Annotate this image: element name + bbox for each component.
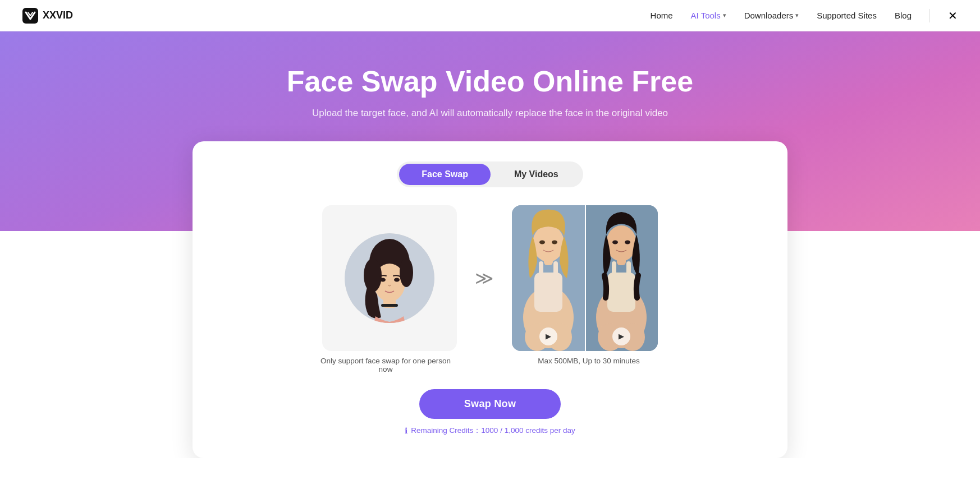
swap-now-button[interactable]: Swap Now — [419, 389, 561, 419]
nav-links: Home AI Tools ▾ Downloaders ▾ Supported … — [651, 9, 958, 22]
nav-blog[interactable]: Blog — [895, 11, 912, 20]
svg-point-18 — [552, 240, 557, 244]
svg-rect-25 — [626, 261, 631, 278]
hero-title: Face Swap Video Online Free — [22, 65, 958, 99]
svg-point-6 — [400, 258, 413, 287]
captions-row: Only support face swap for one person no… — [215, 351, 765, 373]
target-caption: Max 500MB, Up to 30 minutes — [516, 351, 662, 365]
brand-name: XXVID — [43, 10, 73, 21]
nav-home[interactable]: Home — [651, 11, 673, 20]
swap-button-area: Swap Now ℹ Remaining Credits：1000 / 1,00… — [215, 389, 765, 436]
target-caption-text: Max 500MB, Up to 30 minutes — [516, 357, 662, 365]
play-button-left[interactable]: ▶ — [539, 327, 557, 345]
play-button-right[interactable]: ▶ — [612, 327, 630, 345]
svg-point-29 — [625, 240, 630, 244]
svg-point-27 — [606, 225, 636, 261]
tab-my-videos[interactable]: My Videos — [492, 164, 581, 185]
svg-point-28 — [612, 240, 618, 244]
svg-point-16 — [533, 225, 564, 262]
source-face-upload[interactable] — [322, 205, 457, 351]
tab-group: Face Swap My Videos — [397, 161, 583, 187]
chevron-down-icon: ▾ — [795, 12, 799, 19]
nav-divider — [929, 9, 930, 22]
x-social-icon[interactable]: ✕ — [948, 9, 958, 22]
svg-rect-23 — [607, 273, 635, 312]
svg-rect-13 — [539, 261, 543, 278]
credits-text: Remaining Credits：1000 / 1,000 credits p… — [411, 426, 575, 436]
svg-point-9 — [394, 278, 400, 281]
navbar: XXVID Home AI Tools ▾ Downloaders ▾ Supp… — [0, 0, 980, 31]
chevron-down-icon: ▾ — [723, 12, 726, 19]
swap-area: ≫ — [215, 205, 765, 351]
svg-point-8 — [380, 278, 386, 281]
credits-info: ℹ Remaining Credits：1000 / 1,000 credits… — [405, 426, 575, 436]
nav-ai-tools[interactable]: AI Tools ▾ — [691, 11, 726, 20]
logo[interactable]: XXVID — [22, 8, 73, 24]
face-circle — [345, 233, 434, 323]
info-icon: ℹ — [405, 426, 407, 435]
hero-subtitle: Upload the target face, and AI will auto… — [22, 108, 958, 119]
logo-icon — [22, 8, 38, 24]
target-before: ▶ — [512, 205, 585, 351]
svg-rect-7 — [381, 304, 398, 307]
arrow-icon: ≫ — [475, 267, 494, 289]
svg-rect-14 — [553, 261, 558, 278]
svg-point-17 — [539, 240, 545, 244]
svg-rect-24 — [612, 261, 616, 278]
target-split-view: ▶ — [512, 205, 658, 351]
target-after: ▶ — [585, 205, 658, 351]
card-wrapper: Face Swap My Videos — [0, 141, 980, 458]
split-divider — [585, 205, 586, 351]
source-caption: Only support face swap for one person no… — [318, 351, 453, 373]
tabs-container: Face Swap My Videos — [215, 161, 765, 187]
main-card: Face Swap My Videos — [193, 141, 787, 458]
source-caption-text: Only support face swap for one person no… — [318, 357, 453, 373]
nav-supported-sites[interactable]: Supported Sites — [817, 11, 877, 20]
tab-face-swap[interactable]: Face Swap — [399, 164, 491, 185]
nav-downloaders[interactable]: Downloaders ▾ — [744, 11, 799, 20]
target-video-upload[interactable]: ▶ — [512, 205, 658, 351]
face-image — [345, 233, 434, 323]
svg-rect-12 — [534, 273, 562, 312]
